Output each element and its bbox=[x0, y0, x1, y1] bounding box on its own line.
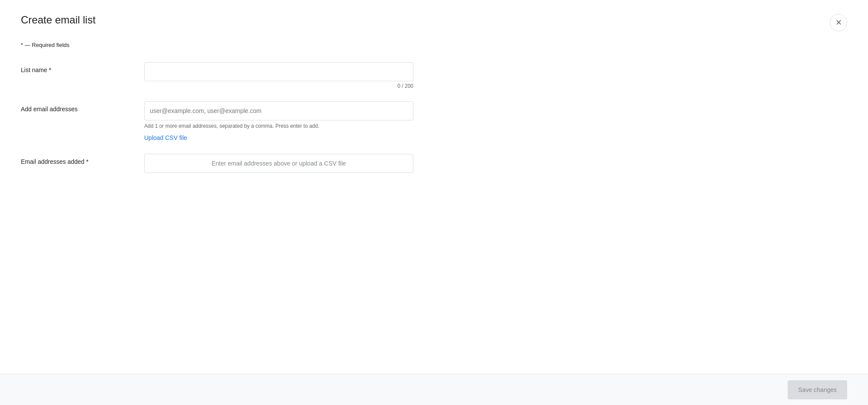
email-addresses-label: Add email addresses bbox=[21, 101, 134, 113]
upload-csv-link[interactable]: Upload CSV file bbox=[144, 134, 187, 141]
required-text: — Required fields bbox=[23, 42, 69, 48]
modal-close-button[interactable]: ✕ bbox=[830, 14, 847, 31]
email-addresses-hint: Add 1 or more email addresses, separated… bbox=[144, 123, 413, 129]
list-name-row: List name * 0 / 200 bbox=[21, 62, 847, 89]
email-added-row: Email addresses added * Enter email addr… bbox=[21, 154, 847, 173]
email-added-placeholder-box: Enter email addresses above or upload a … bbox=[144, 154, 413, 173]
list-name-input[interactable] bbox=[144, 62, 413, 81]
save-changes-button[interactable]: Save changes bbox=[788, 380, 847, 399]
email-added-label: Email addresses added * bbox=[21, 154, 134, 165]
modal-header: Create email list ✕ bbox=[21, 14, 847, 31]
modal-content: Create email list ✕ * — Required fields … bbox=[0, 0, 868, 374]
char-count: 0 / 200 bbox=[144, 83, 413, 89]
required-fields-note: * — Required fields bbox=[21, 42, 847, 48]
list-name-label: List name * bbox=[21, 62, 134, 73]
email-addresses-field: Add 1 or more email addresses, separated… bbox=[144, 101, 413, 142]
email-addresses-row: Add email addresses Add 1 or more email … bbox=[21, 101, 847, 142]
email-added-placeholder-text: Enter email addresses above or upload a … bbox=[211, 160, 346, 167]
modal-overlay: Create email list ✕ * — Required fields … bbox=[0, 0, 868, 405]
list-name-field: 0 / 200 bbox=[144, 62, 413, 89]
email-addresses-input[interactable] bbox=[144, 101, 413, 120]
modal-footer: Save changes bbox=[0, 374, 868, 405]
email-added-field: Enter email addresses above or upload a … bbox=[144, 154, 413, 173]
modal-title: Create email list bbox=[21, 14, 96, 26]
